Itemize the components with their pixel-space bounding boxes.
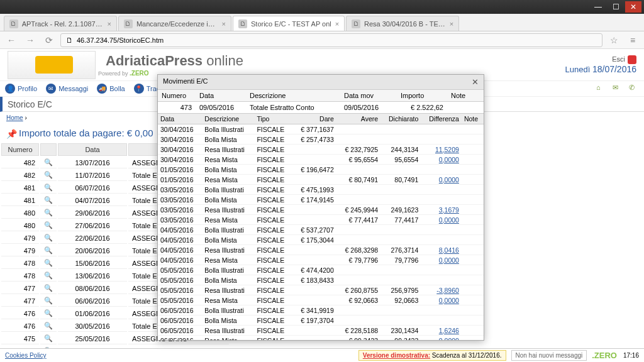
table-row[interactable]: 05/05/2016Resa IllustratiFISCALE€ 260,87… [158,285,484,295]
popup-close-button[interactable]: ✕ [472,77,479,87]
magnifier-icon[interactable]: 🔍 [44,184,53,191]
table-row[interactable]: 05/05/2016Resa MistaFISCALE€ 92,066392,0… [158,295,484,305]
table-row[interactable]: 04/05/2016Bolla MistaFISCALE€ 175,3044 [158,235,484,245]
magnifier-icon[interactable]: 🔍 [44,272,53,279]
column-header: Data mov [340,90,397,101]
magnifier-icon[interactable]: 🔍 [44,171,53,178]
table-row[interactable]: 30/04/2016Resa MistaFISCALE€ 95,655495,6… [158,155,484,165]
table-row[interactable]: 30/04/2016Resa IllustratiFISCALE€ 232,79… [158,145,484,155]
magnifier-icon[interactable]: 🔍 [44,221,53,229]
column-header[interactable]: Data [58,143,127,156]
tab-label: Mancanze/Eccedenze in E [136,20,218,28]
magnifier-icon[interactable]: 🔍 [44,334,53,342]
tab-label: Storico E/C - TEST AP onl [251,20,331,28]
menu-icon: ✉ [46,84,56,94]
diff-link[interactable]: 0,0000 [439,297,459,304]
table-row[interactable]: 03/05/2016Resa MistaFISCALE€ 77,441777,4… [158,215,484,225]
minimize-button[interactable]: — [590,1,606,13]
diff-link[interactable]: 11,5209 [435,146,459,153]
magnifier-icon[interactable]: 🔍 [44,309,53,317]
diff-link[interactable]: 0,0000 [439,216,459,224]
browser-tab[interactable]: 🗋Mancanze/Eccedenze in E× [118,16,231,31]
column-header: Dichiarato [380,114,421,124]
reload-button[interactable]: ⟳ [42,33,57,48]
browser-tab-bar: 🗋APTrack - Rel. 2.1.1087 - T×🗋Mancanze/E… [0,14,644,31]
column-header: Tipo [254,114,292,124]
table-row[interactable]: 05/05/2016Bolla MistaFISCALE€ 183,8433 [158,275,484,285]
magnifier-icon[interactable]: 🔍 [44,246,53,254]
tab-label: Resa 30/04/2016 B - TEST [364,20,446,28]
tab-close-icon[interactable]: × [335,20,339,28]
table-row[interactable]: 01/05/2016Bolla MistaFISCALE€ 196,6472 [158,165,484,175]
current-date: Lunedì 18/07/2016 [565,64,636,74]
diff-link[interactable]: 1,6246 [439,327,459,334]
column-header: Note [462,114,484,124]
magnifier-icon[interactable]: 🔍 [44,259,53,266]
diff-link[interactable]: 0,0000 [439,156,459,163]
bookmark-button[interactable]: ☆ [606,33,621,48]
browser-tab[interactable]: 🗋APTrack - Rel. 2.1.1087 - T× [4,16,117,31]
magnifier-icon[interactable]: 🔍 [44,322,53,329]
magnifier-icon[interactable]: 🔍 [44,284,53,292]
diff-link[interactable]: 3,1679 [439,206,459,214]
popup-title: Movimenti E/C [163,77,208,87]
magnifier-icon[interactable]: 🔍 [44,196,53,204]
menu-item[interactable]: 👤Profilo [5,84,37,94]
table-row[interactable]: 03/05/2016Bolla MistaFISCALE€ 174,9145 [158,195,484,205]
diff-link[interactable]: 0,0000 [439,256,459,264]
menu-button[interactable]: ≡ [625,33,640,48]
diff-link[interactable]: 8,0416 [439,246,459,254]
mail-icon[interactable]: ✉ [613,84,623,94]
browser-tab[interactable]: 🗋Resa 30/04/2016 B - TEST× [346,16,459,31]
table-row[interactable]: 01/05/2016Resa MistaFISCALE€ 80,749180,7… [158,175,484,185]
magnifier-icon[interactable]: 🔍 [44,158,53,166]
phone-icon[interactable]: ✆ [629,84,639,94]
powered-by: Powered by .ZERO [98,70,149,77]
table-row[interactable]: 03/05/2016Bolla IllustratiFISCALE€ 475,1… [158,185,484,195]
cookies-link[interactable]: Cookies Policy [5,352,47,359]
column-header: Importo [397,90,447,101]
logout-link[interactable]: Esci [565,55,636,64]
window-chrome: — ☐ ✕ [0,0,644,14]
table-row[interactable]: 06/05/2016Resa IllustratiFISCALE€ 228,51… [158,326,484,336]
messages-status[interactable]: Non hai nuovi messaggi [511,350,587,361]
column-header: Note [447,90,472,101]
menu-label: Bolla [109,85,125,92]
table-row[interactable]: 03/05/2016Resa IllustratiFISCALE€ 245,99… [158,205,484,215]
tab-close-icon[interactable]: × [108,20,111,28]
table-row[interactable]: 06/05/2016Bolla MistaFISCALE€ 197,3704 [158,315,484,326]
cell: 09/05/2016 [340,102,397,113]
table-row[interactable]: 06/05/2016Bolla IllustratiFISCALE€ 341,9… [158,305,484,315]
menu-item[interactable]: ✉Messaggi [46,84,88,94]
table-row[interactable]: 05/05/2016Bolla IllustratiFISCALE€ 474,4… [158,265,484,275]
close-button[interactable]: ✕ [625,1,641,13]
zero-badge: .ZERO [592,351,617,360]
table-row[interactable]: 04/05/2016Bolla IllustratiFISCALE€ 537,2… [158,225,484,235]
magnifier-icon[interactable]: 🔍 [44,209,53,216]
footer: Cookies Policy Versione dimostrativa: Sc… [0,348,644,362]
tab-close-icon[interactable]: × [450,20,453,28]
magnifier-icon[interactable]: 🔍 [44,297,53,304]
magnifier-icon[interactable]: 🔍 [44,234,53,241]
table-row[interactable]: 30/04/2016Bolla IllustratiFISCALE€ 377,1… [158,124,484,134]
maximize-button[interactable]: ☐ [608,1,624,13]
url-text: 46.37.234.75/StoricoEC.htm [77,36,164,44]
tab-close-icon[interactable]: × [222,20,226,28]
table-row[interactable]: 04/05/2016Resa MistaFISCALE€ 79,779679,7… [158,255,484,265]
breadcrumb-home[interactable]: Home [6,114,23,121]
back-button[interactable]: ← [4,33,19,48]
column-header[interactable]: Numero [1,143,39,156]
table-row[interactable]: 04/05/2016Resa IllustratiFISCALE€ 268,32… [158,245,484,255]
column-header: Differenza [421,114,462,124]
diff-link[interactable]: -3,8960 [436,287,459,294]
browser-tab[interactable]: 🗋Storico E/C - TEST AP onl× [233,16,345,31]
menu-item[interactable]: 🚚Bolla [97,84,125,94]
forward-button[interactable]: → [23,33,38,48]
home-icon[interactable]: ⌂ [596,84,606,94]
url-input[interactable]: 🗋 46.37.234.75/StoricoEC.htm [60,33,602,47]
table-row[interactable]: 30/04/2016Bolla MistaFISCALE€ 257,4733 [158,134,484,145]
table-row[interactable]: 06/05/2016Resa MistaFISCALE€ 99,342399,3… [158,336,484,341]
column-header[interactable] [40,143,57,156]
diff-link[interactable]: 0,0000 [439,337,459,341]
diff-link[interactable]: 0,0000 [439,176,459,184]
